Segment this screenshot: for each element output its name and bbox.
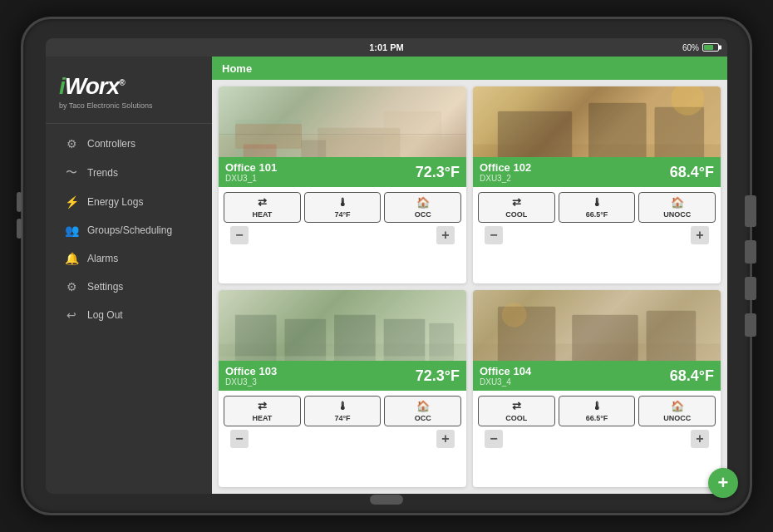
- office-101-image: [219, 86, 466, 157]
- office-104-pm-row: − +: [478, 430, 716, 448]
- office-103-scene: [219, 290, 466, 361]
- office-102-buttons: ⇄ COOL 🌡 66.5°F 🏠 UNOCC: [478, 192, 716, 223]
- svg-rect-11: [655, 107, 705, 157]
- office-101-buttons: ⇄ HEAT 🌡 74°F 🏠 OCC: [224, 192, 461, 223]
- office-101-heat-button[interactable]: ⇄ HEAT: [224, 192, 301, 223]
- office-101-id: DXU3_1: [225, 174, 277, 183]
- office-104-minus-button[interactable]: −: [485, 430, 503, 448]
- office-101-temp: 72.3°F: [416, 164, 460, 181]
- office-102-plus-button[interactable]: +: [691, 226, 709, 244]
- volume-buttons: [17, 192, 22, 239]
- office-101-occ-button[interactable]: 🏠 OCC: [384, 192, 461, 223]
- home-indicator[interactable]: [370, 495, 403, 505]
- settings-icon: ⚙: [64, 280, 79, 293]
- office-104-cool-button[interactable]: ⇄ COOL: [478, 396, 555, 426]
- logout-label: Log Out: [87, 309, 123, 321]
- power-button[interactable]: [745, 195, 756, 227]
- thermometer-icon-2: 🌡: [592, 196, 603, 209]
- controllers-label: Controllers: [87, 138, 135, 150]
- office-102-cool-button[interactable]: ⇄ COOL: [478, 192, 555, 223]
- office-103-name-group: Office 103 DXU3_3: [225, 365, 277, 387]
- sidebar-item-settings[interactable]: ⚙ Settings: [51, 273, 207, 300]
- office-102-info: Office 102 DXU3_2 68.4°F: [473, 157, 721, 187]
- sidebar-item-logout[interactable]: ↩ Log Out: [51, 302, 207, 328]
- svg-rect-18: [384, 319, 426, 361]
- home-button-right[interactable]: [745, 240, 756, 264]
- groups-icon: 👥: [64, 224, 79, 237]
- office-104-id: DXU3_4: [480, 377, 531, 387]
- vol-down-button[interactable]: [17, 219, 22, 239]
- office-103-occ-button[interactable]: 🏠 OCC: [384, 396, 461, 426]
- office-103-pm-row: − +: [224, 430, 461, 448]
- cool-label-2: COOL: [505, 414, 527, 422]
- office-103-temp-button[interactable]: 🌡 74°F: [304, 396, 382, 426]
- svg-rect-6: [301, 140, 326, 157]
- thermometer-icon: 🌡: [337, 196, 348, 209]
- office-101-temp-button[interactable]: 🌡 74°F: [304, 192, 382, 223]
- sidebar-item-trends[interactable]: 〜 Trends: [51, 159, 207, 187]
- sidebar-item-alarms[interactable]: 🔔 Alarms: [51, 245, 207, 272]
- battery-icon: [702, 43, 719, 52]
- office-103-minus-button[interactable]: −: [230, 430, 249, 448]
- office-101-minus-button[interactable]: −: [230, 226, 249, 244]
- office-103-info: Office 103 DXU3_3 72.3°F: [219, 361, 466, 391]
- office-102-unocc-button[interactable]: 🏠 UNOCC: [638, 192, 716, 223]
- temp-label-2: 66.5°F: [586, 210, 608, 219]
- groups-label: Groups/Scheduling: [87, 224, 172, 236]
- office-103-controls: ⇄ HEAT 🌡 74°F 🏠 OCC: [219, 391, 466, 451]
- unocc-icon: 🏠: [671, 196, 684, 209]
- office-104-info: Office 104 DXU3_4 68.4°F: [473, 361, 721, 391]
- sidebar-item-energy-logs[interactable]: ⚡ Energy Logs: [51, 189, 207, 215]
- svg-rect-15: [235, 315, 277, 361]
- menu-button[interactable]: [745, 313, 756, 337]
- back-button[interactable]: [745, 277, 756, 300]
- svg-rect-20: [219, 356, 466, 361]
- office-102-minus-button[interactable]: −: [485, 226, 503, 244]
- office-102-image: [473, 86, 721, 157]
- sidebar: iWorx® by Taco Electronic Solutions ⚙ Co…: [46, 57, 212, 494]
- logo-text: iWorx®: [59, 74, 125, 99]
- office-103-image: [219, 290, 466, 361]
- sidebar-item-controllers[interactable]: ⚙ Controllers: [51, 131, 207, 157]
- thermometer-icon-3: 🌡: [337, 400, 348, 412]
- office-104-scene: [473, 290, 721, 361]
- status-bar: 1:01 PM 60%: [46, 38, 727, 57]
- card-office-102: Office 102 DXU3_2 68.4°F ⇄ COOL: [473, 86, 721, 283]
- heat-label-2: HEAT: [252, 414, 272, 422]
- office-102-temp-button[interactable]: 🌡 66.5°F: [559, 192, 636, 223]
- office-101-scene: [219, 86, 466, 157]
- office-102-name: Office 102: [480, 161, 531, 174]
- vol-up-button[interactable]: [17, 192, 22, 212]
- tablet-device: 1:01 PM 60% iWorx® by Taco Electronic: [21, 17, 752, 515]
- thermometer-icon-4: 🌡: [592, 400, 603, 412]
- logo-area: iWorx® by Taco Electronic Solutions: [46, 66, 212, 124]
- svg-rect-5: [244, 145, 277, 157]
- main-layout: iWorx® by Taco Electronic Solutions ⚙ Co…: [46, 57, 727, 494]
- occ-label-2: OCC: [415, 414, 431, 422]
- office-103-heat-button[interactable]: ⇄ HEAT: [224, 396, 301, 426]
- energy-logs-icon: ⚡: [64, 195, 79, 209]
- office-101-plus-button[interactable]: +: [436, 226, 455, 244]
- settings-label: Settings: [87, 281, 123, 293]
- cool-icon: ⇄: [512, 196, 521, 209]
- cool-label: COOL: [505, 210, 527, 219]
- office-104-unocc-button[interactable]: 🏠 UNOCC: [638, 396, 716, 426]
- temp-label-3: 74°F: [334, 414, 350, 422]
- office-104-image: [473, 290, 721, 361]
- office-104-buttons: ⇄ COOL 🌡 66.5°F 🏠 UNOCC: [478, 396, 716, 426]
- status-right: 60%: [682, 43, 719, 52]
- logout-icon: ↩: [64, 308, 79, 322]
- office-104-temp-button[interactable]: 🌡 66.5°F: [559, 396, 636, 426]
- office-102-controls: ⇄ COOL 🌡 66.5°F 🏠 UNOCC: [473, 187, 721, 248]
- office-103-plus-button[interactable]: +: [436, 430, 455, 448]
- office-104-name: Office 104: [480, 365, 531, 377]
- sidebar-item-groups-scheduling[interactable]: 👥 Groups/Scheduling: [51, 217, 207, 244]
- office-103-name: Office 103: [225, 365, 277, 377]
- temp-label-4: 66.5°F: [586, 414, 608, 422]
- office-104-plus-button[interactable]: +: [691, 430, 709, 448]
- office-102-temp: 68.4°F: [670, 164, 714, 181]
- cool-icon-2: ⇄: [512, 400, 521, 412]
- office-104-name-group: Office 104 DXU3_4: [480, 365, 531, 387]
- office-102-name-group: Office 102 DXU3_2: [480, 161, 531, 183]
- svg-rect-24: [572, 315, 638, 361]
